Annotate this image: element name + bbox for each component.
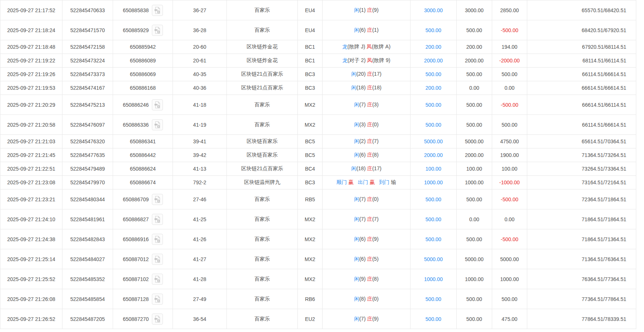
shoe-round-cell: 20-61 (173, 54, 227, 68)
bet-amount-link[interactable]: 200.00 (426, 85, 442, 91)
result-segment: 闲 (354, 7, 359, 13)
round-id-cell: 650885942 (113, 40, 173, 54)
valid-amount-cell: 500.00 (457, 95, 492, 115)
game-name-cell: 区块链百家乐 (227, 148, 298, 162)
table-row: 2025-09-27 21:26:52522845487205650887270… (0, 309, 636, 329)
shoe-round-cell: 40-36 (173, 81, 227, 95)
bet-amount-link[interactable]: 500.00 (426, 71, 442, 77)
result-segment: 庄 (367, 316, 372, 322)
round-id-cell: 650886674 (113, 176, 173, 189)
bet-amount-link[interactable]: 3000.00 (424, 7, 443, 13)
round-id-text: 650886624 (130, 166, 156, 172)
bet-amount-link[interactable]: 500.00 (426, 27, 442, 33)
bet-amount-link[interactable]: 2000.00 (424, 58, 443, 64)
bet-amount-link[interactable]: 500.00 (426, 216, 442, 222)
bet-amount-cell: 100.00 (410, 162, 457, 176)
valid-amount-cell: 3000.00 (457, 0, 492, 20)
video-replay-button[interactable] (152, 314, 163, 325)
result-segment: 庄 (367, 152, 372, 158)
valid-amount-cell: 500.00 (457, 189, 492, 209)
video-replay-button[interactable] (152, 119, 163, 130)
bet-time-cell: 2025-09-27 21:20:29 (0, 95, 62, 115)
records-body: 2025-09-27 21:17:52522845470633650885838… (0, 0, 636, 329)
bet-amount-cell: 500.00 (410, 209, 457, 229)
bet-amount-link[interactable]: 5000.00 (424, 138, 443, 144)
round-id-cell: 650885838 (113, 0, 173, 20)
shoe-round-cell: 41-27 (173, 249, 227, 269)
round-id-text: 650887012 (123, 256, 149, 262)
video-replay-button[interactable] (152, 234, 163, 245)
result-cell: 龙(对子 2) 凤(散牌 9) (323, 54, 410, 68)
bet-id-cell: 522845474167 (62, 81, 113, 95)
video-replay-button[interactable] (152, 194, 163, 205)
result-cell: 闲(18) 庄(17) (323, 162, 410, 176)
result-segment: 闲 (351, 165, 357, 171)
winloss-value: 1900.00 (500, 152, 519, 158)
shoe-round-cell: 27-46 (173, 189, 227, 209)
result-segment: (8) (372, 152, 378, 158)
balance-cell: 71864.51/71364.51 (527, 229, 636, 249)
result-segment: 闲 (354, 216, 359, 222)
video-replay-button[interactable] (152, 25, 163, 36)
valid-amount-cell: 5000.00 (457, 135, 492, 148)
result-segment: 庄 (367, 256, 372, 262)
bet-amount-link[interactable]: 100.00 (426, 166, 442, 172)
result-cell: 闲(6) 庄(9) (323, 229, 410, 249)
round-id-text: 650886168 (130, 85, 156, 91)
shoe-round-cell: 41-28 (173, 269, 227, 289)
bet-amount-cell: 5000.00 (410, 249, 457, 269)
winloss-value: 0.00 (504, 216, 514, 222)
result-segment: (9) (372, 7, 378, 13)
valid-amount-cell: 200.00 (457, 40, 492, 54)
bet-amount-link[interactable]: 5000.00 (424, 256, 443, 262)
round-id-text: 650886827 (123, 216, 149, 222)
video-replay-button[interactable] (152, 294, 163, 305)
shoe-round-cell: 27-49 (173, 289, 227, 309)
bet-amount-link[interactable]: 2000.00 (424, 152, 443, 158)
result-segment: 闲 (354, 316, 359, 322)
bet-id-cell: 522845482843 (62, 229, 113, 249)
video-replay-button[interactable] (152, 254, 163, 265)
video-replay-button[interactable] (152, 214, 163, 225)
round-id-cell: 650887012 (113, 249, 173, 269)
result-segment: 赢 (348, 179, 354, 185)
result-segment: (17) (372, 71, 381, 77)
result-segment: (6) (359, 27, 367, 33)
bet-amount-link[interactable]: 500.00 (426, 196, 442, 202)
result-segment: (7) (359, 102, 367, 107)
result-segment: 输 (391, 179, 396, 185)
result-segment: (对子 2) (348, 57, 367, 63)
bet-amount-link[interactable]: 500.00 (426, 316, 442, 322)
result-cell: 闲(3) 庄(0) (323, 115, 410, 135)
result-segment: (散牌 9) (372, 57, 390, 63)
table-row: 2025-09-27 21:25:14522845484027650887012… (0, 249, 636, 269)
result-segment: 到门 (379, 179, 391, 185)
result-segment: (8) (372, 276, 378, 282)
round-id-text: 650886341 (130, 139, 156, 145)
result-cell: 闲(18) 庄(18) (323, 81, 410, 95)
bet-amount-cell: 5000.00 (410, 135, 457, 148)
bet-amount-link[interactable]: 500.00 (426, 296, 442, 302)
bet-amount-link[interactable]: 1000.00 (424, 276, 443, 282)
result-segment: 凤 (367, 57, 372, 63)
result-segment: (20) (357, 71, 367, 77)
bet-amount-link[interactable]: 500.00 (426, 236, 442, 242)
result-segment (375, 179, 379, 185)
video-replay-button[interactable] (152, 274, 163, 285)
bet-id-cell: 522845487205 (62, 309, 113, 329)
bet-amount-link[interactable]: 200.00 (426, 44, 442, 50)
video-replay-button[interactable] (152, 5, 163, 16)
result-cell: 闲(6) 庄(5) (323, 249, 410, 269)
winloss-cell: 194.00 (492, 40, 527, 54)
bet-amount-link[interactable]: 500.00 (426, 102, 442, 108)
bet-amount-link[interactable]: 1000.00 (424, 179, 443, 185)
result-segment: 闲 (354, 102, 359, 107)
video-replay-button[interactable] (152, 99, 163, 110)
winloss-cell: -500.00 (492, 189, 527, 209)
bet-amount-link[interactable]: 500.00 (426, 122, 442, 128)
bet-time-cell: 2025-09-27 21:18:24 (0, 20, 62, 40)
table-code-cell: RB6 (298, 289, 323, 309)
video-file-icon (153, 275, 161, 283)
winloss-cell: -1000.00 (492, 176, 527, 189)
table-code-cell: MX2 (298, 95, 323, 115)
